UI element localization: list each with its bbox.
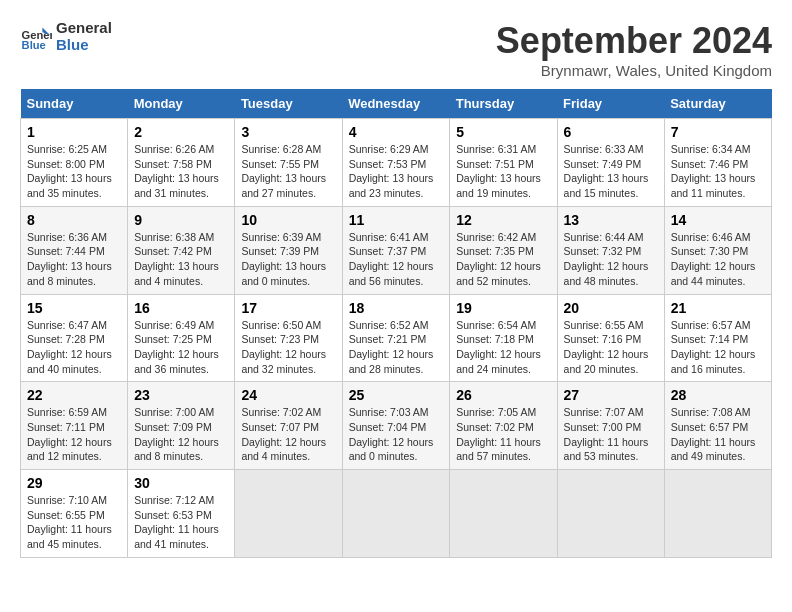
day-cell: 19Sunrise: 6:54 AM Sunset: 7:18 PM Dayli… [450,294,557,382]
day-cell: 8Sunrise: 6:36 AM Sunset: 7:44 PM Daylig… [21,206,128,294]
day-number: 13 [564,212,658,228]
logo: General Blue General Blue [20,20,112,53]
day-cell: 16Sunrise: 6:49 AM Sunset: 7:25 PM Dayli… [128,294,235,382]
header-thursday: Thursday [450,89,557,119]
day-number: 29 [27,475,121,491]
week-row-4: 22Sunrise: 6:59 AM Sunset: 7:11 PM Dayli… [21,382,772,470]
day-info: Sunrise: 6:39 AM Sunset: 7:39 PM Dayligh… [241,230,335,289]
day-number: 23 [134,387,228,403]
month-title: September 2024 [496,20,772,62]
day-cell: 30Sunrise: 7:12 AM Sunset: 6:53 PM Dayli… [128,470,235,558]
day-number: 9 [134,212,228,228]
day-number: 8 [27,212,121,228]
day-info: Sunrise: 6:47 AM Sunset: 7:28 PM Dayligh… [27,318,121,377]
day-number: 2 [134,124,228,140]
day-number: 12 [456,212,550,228]
day-number: 16 [134,300,228,316]
day-cell [342,470,450,558]
day-info: Sunrise: 6:46 AM Sunset: 7:30 PM Dayligh… [671,230,765,289]
day-cell: 6Sunrise: 6:33 AM Sunset: 7:49 PM Daylig… [557,119,664,207]
day-info: Sunrise: 6:42 AM Sunset: 7:35 PM Dayligh… [456,230,550,289]
day-info: Sunrise: 7:05 AM Sunset: 7:02 PM Dayligh… [456,405,550,464]
day-cell: 29Sunrise: 7:10 AM Sunset: 6:55 PM Dayli… [21,470,128,558]
day-info: Sunrise: 6:38 AM Sunset: 7:42 PM Dayligh… [134,230,228,289]
day-cell: 25Sunrise: 7:03 AM Sunset: 7:04 PM Dayli… [342,382,450,470]
day-info: Sunrise: 6:55 AM Sunset: 7:16 PM Dayligh… [564,318,658,377]
day-info: Sunrise: 6:54 AM Sunset: 7:18 PM Dayligh… [456,318,550,377]
title-area: September 2024 Brynmawr, Wales, United K… [496,20,772,79]
svg-text:Blue: Blue [22,39,46,51]
day-number: 17 [241,300,335,316]
logo-blue: Blue [56,37,112,54]
header-friday: Friday [557,89,664,119]
day-info: Sunrise: 7:07 AM Sunset: 7:00 PM Dayligh… [564,405,658,464]
header-wednesday: Wednesday [342,89,450,119]
day-info: Sunrise: 6:36 AM Sunset: 7:44 PM Dayligh… [27,230,121,289]
day-info: Sunrise: 6:34 AM Sunset: 7:46 PM Dayligh… [671,142,765,201]
day-cell [450,470,557,558]
week-row-2: 8Sunrise: 6:36 AM Sunset: 7:44 PM Daylig… [21,206,772,294]
day-info: Sunrise: 6:25 AM Sunset: 8:00 PM Dayligh… [27,142,121,201]
day-number: 11 [349,212,444,228]
header-sunday: Sunday [21,89,128,119]
day-info: Sunrise: 7:03 AM Sunset: 7:04 PM Dayligh… [349,405,444,464]
day-info: Sunrise: 6:29 AM Sunset: 7:53 PM Dayligh… [349,142,444,201]
week-row-1: 1Sunrise: 6:25 AM Sunset: 8:00 PM Daylig… [21,119,772,207]
day-number: 3 [241,124,335,140]
day-info: Sunrise: 6:44 AM Sunset: 7:32 PM Dayligh… [564,230,658,289]
day-info: Sunrise: 7:00 AM Sunset: 7:09 PM Dayligh… [134,405,228,464]
header: General Blue General Blue September 2024… [20,20,772,79]
day-cell: 23Sunrise: 7:00 AM Sunset: 7:09 PM Dayli… [128,382,235,470]
day-cell: 24Sunrise: 7:02 AM Sunset: 7:07 PM Dayli… [235,382,342,470]
day-number: 1 [27,124,121,140]
day-info: Sunrise: 7:10 AM Sunset: 6:55 PM Dayligh… [27,493,121,552]
location-title: Brynmawr, Wales, United Kingdom [496,62,772,79]
day-info: Sunrise: 6:50 AM Sunset: 7:23 PM Dayligh… [241,318,335,377]
day-number: 7 [671,124,765,140]
day-info: Sunrise: 6:33 AM Sunset: 7:49 PM Dayligh… [564,142,658,201]
day-info: Sunrise: 6:41 AM Sunset: 7:37 PM Dayligh… [349,230,444,289]
day-number: 25 [349,387,444,403]
calendar-table: SundayMondayTuesdayWednesdayThursdayFrid… [20,89,772,558]
day-cell: 2Sunrise: 6:26 AM Sunset: 7:58 PM Daylig… [128,119,235,207]
day-cell: 7Sunrise: 6:34 AM Sunset: 7:46 PM Daylig… [664,119,771,207]
day-cell: 22Sunrise: 6:59 AM Sunset: 7:11 PM Dayli… [21,382,128,470]
day-info: Sunrise: 6:31 AM Sunset: 7:51 PM Dayligh… [456,142,550,201]
day-cell [235,470,342,558]
day-cell: 11Sunrise: 6:41 AM Sunset: 7:37 PM Dayli… [342,206,450,294]
week-row-3: 15Sunrise: 6:47 AM Sunset: 7:28 PM Dayli… [21,294,772,382]
day-info: Sunrise: 7:02 AM Sunset: 7:07 PM Dayligh… [241,405,335,464]
day-number: 14 [671,212,765,228]
header-tuesday: Tuesday [235,89,342,119]
day-cell: 21Sunrise: 6:57 AM Sunset: 7:14 PM Dayli… [664,294,771,382]
day-info: Sunrise: 6:59 AM Sunset: 7:11 PM Dayligh… [27,405,121,464]
day-info: Sunrise: 7:12 AM Sunset: 6:53 PM Dayligh… [134,493,228,552]
day-info: Sunrise: 6:52 AM Sunset: 7:21 PM Dayligh… [349,318,444,377]
day-number: 5 [456,124,550,140]
day-cell: 20Sunrise: 6:55 AM Sunset: 7:16 PM Dayli… [557,294,664,382]
day-cell: 10Sunrise: 6:39 AM Sunset: 7:39 PM Dayli… [235,206,342,294]
day-cell: 4Sunrise: 6:29 AM Sunset: 7:53 PM Daylig… [342,119,450,207]
header-saturday: Saturday [664,89,771,119]
day-number: 21 [671,300,765,316]
day-number: 18 [349,300,444,316]
header-row: SundayMondayTuesdayWednesdayThursdayFrid… [21,89,772,119]
day-info: Sunrise: 6:26 AM Sunset: 7:58 PM Dayligh… [134,142,228,201]
day-cell [557,470,664,558]
day-number: 28 [671,387,765,403]
day-number: 4 [349,124,444,140]
header-monday: Monday [128,89,235,119]
day-cell: 27Sunrise: 7:07 AM Sunset: 7:00 PM Dayli… [557,382,664,470]
day-number: 15 [27,300,121,316]
day-cell: 12Sunrise: 6:42 AM Sunset: 7:35 PM Dayli… [450,206,557,294]
logo-general: General [56,20,112,37]
day-cell: 1Sunrise: 6:25 AM Sunset: 8:00 PM Daylig… [21,119,128,207]
day-info: Sunrise: 7:08 AM Sunset: 6:57 PM Dayligh… [671,405,765,464]
day-cell: 5Sunrise: 6:31 AM Sunset: 7:51 PM Daylig… [450,119,557,207]
day-number: 30 [134,475,228,491]
day-cell: 28Sunrise: 7:08 AM Sunset: 6:57 PM Dayli… [664,382,771,470]
day-info: Sunrise: 6:57 AM Sunset: 7:14 PM Dayligh… [671,318,765,377]
day-info: Sunrise: 6:28 AM Sunset: 7:55 PM Dayligh… [241,142,335,201]
day-info: Sunrise: 6:49 AM Sunset: 7:25 PM Dayligh… [134,318,228,377]
day-number: 26 [456,387,550,403]
